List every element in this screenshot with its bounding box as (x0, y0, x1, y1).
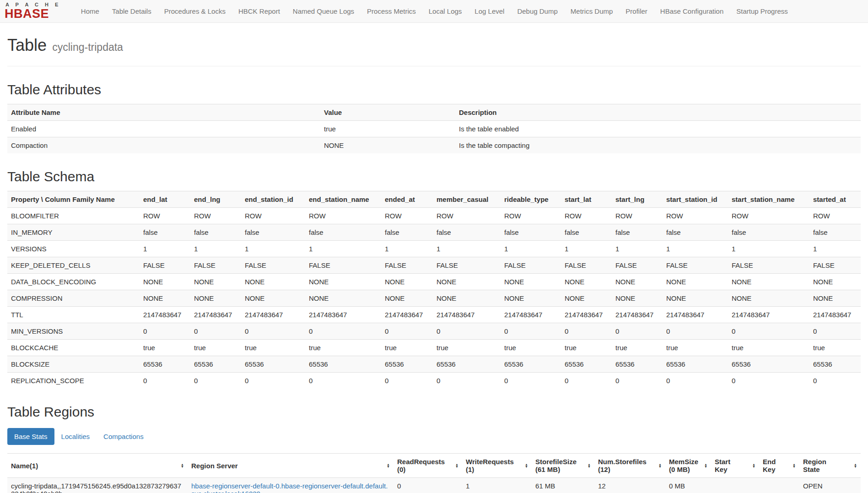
regions-column-header[interactable]: Region Server▲▼ (188, 454, 394, 478)
sort-icon[interactable]: ▲▼ (387, 463, 390, 468)
regions-column-header[interactable]: StorefileSize (61 MB)▲▼ (532, 454, 594, 478)
schema-property-value: 2147483647 (501, 307, 561, 323)
schema-property-value: NONE (809, 290, 861, 307)
sort-icon[interactable]: ▲▼ (181, 463, 184, 468)
tab-base-stats[interactable]: Base Stats (7, 428, 54, 445)
schema-property-value: 2147483647 (305, 307, 381, 323)
schema-property-value: ROW (381, 208, 433, 224)
schema-property-value: ROW (612, 208, 663, 224)
schema-property-value: NONE (663, 290, 728, 307)
schema-property-value: NONE (728, 274, 809, 290)
tab-compactions[interactable]: Compactions (97, 428, 151, 445)
sort-icon[interactable]: ▲▼ (455, 463, 458, 468)
schema-property-value: true (561, 340, 612, 356)
schema-property-value: 0 (561, 373, 612, 389)
attributes-column-header: Value (320, 104, 455, 121)
schema-property-value: ROW (433, 208, 501, 224)
schema-property-value: false (809, 224, 861, 241)
nav-item-named-queue-logs[interactable]: Named Queue Logs (286, 7, 361, 15)
schema-property-row: KEEP_DELETED_CELLSFALSEFALSEFALSEFALSEFA… (7, 257, 861, 274)
sort-icon[interactable]: ▲▼ (854, 463, 857, 468)
schema-family-header: start_station_name (728, 191, 809, 208)
schema-property-value: 0 (381, 373, 433, 389)
schema-property-value: ROW (728, 208, 809, 224)
region-mem-size-cell: 0 MB (665, 478, 711, 493)
attributes-header-row: Attribute NameValueDescription (7, 104, 861, 121)
regions-column-label: Region Server (191, 462, 238, 470)
nav-item-startup-progress[interactable]: Startup Progress (730, 7, 794, 15)
sort-icon[interactable]: ▲▼ (525, 463, 528, 468)
attribute-cell: Enabled (7, 121, 320, 137)
attribute-cell: Is the table compacting (455, 137, 861, 154)
schema-property-value: 0 (728, 323, 809, 340)
nav-item-local-logs[interactable]: Local Logs (422, 7, 469, 15)
nav-item-log-level[interactable]: Log Level (468, 7, 511, 15)
regions-column-header[interactable]: Num.Storefiles (12)▲▼ (594, 454, 665, 478)
region-name-cell: cycling-tripdata,,1719475156245.e95d0a13… (7, 478, 188, 493)
nav-item-procedures-locks[interactable]: Procedures & Locks (158, 7, 232, 15)
sort-icon[interactable]: ▲▼ (658, 463, 662, 468)
nav-item-table-details[interactable]: Table Details (106, 7, 158, 15)
schema-property-value: 65536 (501, 356, 561, 373)
schema-property-value: 2147483647 (433, 307, 501, 323)
schema-property-value: NONE (433, 290, 501, 307)
schema-property-value: 0 (305, 323, 381, 340)
nav-item-process-metrics[interactable]: Process Metrics (361, 7, 422, 15)
schema-table: Property \ Column Family Nameend_latend_… (7, 191, 861, 389)
schema-property-value: FALSE (140, 257, 190, 274)
region-server-link[interactable]: hbase-regionserver-default-0.hbase-regio… (191, 482, 388, 493)
schema-property-value: 65536 (305, 356, 381, 373)
schema-property-value: false (241, 224, 305, 241)
regions-column-header[interactable]: Region State▲▼ (799, 454, 861, 478)
schema-property-value: false (140, 224, 190, 241)
schema-property-value: 65536 (809, 356, 861, 373)
sort-desc-arrow: ▼ (658, 466, 662, 468)
attribute-cell: Is the table enabled (455, 121, 861, 137)
schema-property-value: 65536 (381, 356, 433, 373)
nav-item-hbase-configuration[interactable]: HBase Configuration (654, 7, 730, 15)
regions-column-header[interactable]: Name(1)▲▼ (7, 454, 188, 478)
schema-property-value: FALSE (561, 257, 612, 274)
schema-property-value: NONE (612, 274, 663, 290)
nav-item-metrics-dump[interactable]: Metrics Dump (564, 7, 620, 15)
nav-item-profiler[interactable]: Profiler (619, 7, 654, 15)
schema-property-value: 1 (663, 241, 728, 257)
sort-desc-arrow: ▼ (752, 466, 755, 468)
tab-localities[interactable]: Localities (54, 428, 97, 445)
nav-menu: HomeTable DetailsProcedures & LocksHBCK … (75, 0, 794, 22)
nav-item-hbck-report[interactable]: HBCK Report (232, 7, 286, 15)
schema-property-value: 0 (381, 323, 433, 340)
sort-icon[interactable]: ▲▼ (752, 463, 755, 468)
sort-icon[interactable]: ▲▼ (793, 463, 796, 468)
sort-icon[interactable]: ▲▼ (704, 463, 707, 468)
schema-property-value: FALSE (809, 257, 861, 274)
regions-column-header[interactable]: End Key▲▼ (759, 454, 799, 478)
regions-column-header[interactable]: WriteRequests (1)▲▼ (462, 454, 532, 478)
schema-property-value: 1 (728, 241, 809, 257)
regions-column-header[interactable]: MemSize (0 MB)▲▼ (665, 454, 711, 478)
regions-column-header[interactable]: ReadRequests (0)▲▼ (394, 454, 462, 478)
regions-column-label: MemSize (0 MB) (669, 458, 698, 473)
schema-property-value: ROW (501, 208, 561, 224)
schema-property-value: 2147483647 (241, 307, 305, 323)
hbase-logo[interactable]: A P A C H E HBASE (5, 2, 61, 20)
schema-property-value: FALSE (381, 257, 433, 274)
sort-icon[interactable]: ▲▼ (588, 463, 591, 468)
attributes-column-header: Description (455, 104, 861, 121)
nav-item-home[interactable]: Home (75, 7, 106, 15)
region-region-state-cell: OPEN (799, 478, 861, 493)
schema-property-value: 0 (809, 323, 861, 340)
schema-property-value: 1 (433, 241, 501, 257)
attribute-cell: true (320, 121, 455, 137)
schema-property-value: NONE (381, 290, 433, 307)
schema-property-value: 1 (305, 241, 381, 257)
nav-item-debug-dump[interactable]: Debug Dump (511, 7, 564, 15)
schema-property-value: false (305, 224, 381, 241)
schema-property-value: FALSE (190, 257, 241, 274)
regions-column-label: StorefileSize (61 MB) (535, 458, 577, 473)
schema-property-value: ROW (663, 208, 728, 224)
schema-property-value: 65536 (140, 356, 190, 373)
schema-property-value: ROW (140, 208, 190, 224)
schema-property-value: 65536 (561, 356, 612, 373)
regions-column-header[interactable]: Start Key▲▼ (711, 454, 759, 478)
